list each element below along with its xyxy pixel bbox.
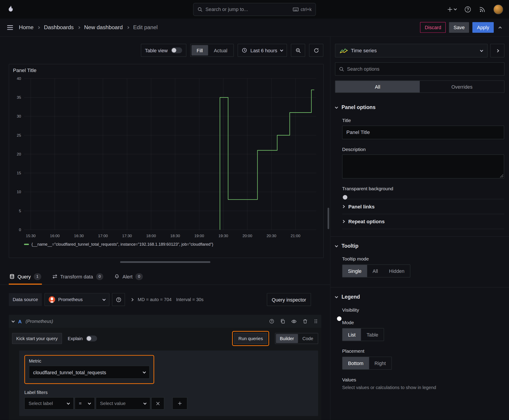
keyboard-icon [293, 7, 299, 11]
code-button[interactable]: Code [298, 334, 317, 343]
datasource-label: Data source [9, 293, 42, 306]
time-range-picker[interactable]: Last 6 hours [238, 44, 287, 57]
add-filter-button[interactable] [172, 397, 187, 409]
breadcrumb-new-dashboard[interactable]: New dashboard [84, 24, 123, 31]
panel-title-input[interactable] [342, 126, 504, 139]
explain-toggle[interactable] [86, 336, 97, 341]
delete-query-icon[interactable] [303, 319, 308, 324]
user-avatar[interactable] [494, 5, 503, 14]
options-search-box[interactable] [335, 62, 504, 76]
datasource-picker[interactable]: Prometheus [45, 293, 109, 306]
legend-mode-table[interactable]: Table [361, 329, 384, 341]
time-series-chart[interactable]: 051015202530354015:3016:0016:3017:0017:3… [9, 75, 321, 241]
query-inspector-button[interactable]: Query inspector [267, 293, 311, 306]
discard-button[interactable]: Discard [420, 22, 446, 33]
legend-placement-label: Placement [342, 348, 504, 354]
panel-options-section-header[interactable]: Panel options [330, 105, 509, 110]
repeat-options-label: Repeat options [348, 218, 385, 224]
tab-overrides[interactable]: Overrides [420, 81, 504, 92]
duplicate-query-icon[interactable] [280, 319, 285, 324]
visualization-picker[interactable]: Time series [335, 44, 488, 57]
legend-placement-bottom[interactable]: Bottom [342, 357, 369, 369]
chevron-down-icon [480, 48, 483, 52]
tooltip-section-header[interactable]: Tooltip [330, 243, 509, 249]
legend-values-label: Values [342, 377, 504, 382]
apply-button[interactable]: Apply [472, 22, 494, 33]
kick-start-query-button[interactable]: Kick start your query [12, 333, 62, 344]
tooltip-mode-all[interactable]: All [367, 265, 383, 277]
metric-select[interactable]: cloudflared_tunnel_total_requests [29, 366, 150, 379]
panel-options-pane: Time series All Overrides [330, 37, 509, 420]
zoom-out-button[interactable] [291, 44, 305, 57]
tooltip-mode-label: Tooltip mode [342, 256, 504, 262]
panel-options-section-title: Panel options [342, 105, 376, 110]
panel-links-section[interactable]: Panel links [342, 199, 504, 214]
search-shortcut-label: ctrl+k [301, 7, 312, 12]
chevron-right-icon [127, 26, 129, 29]
datasource-name: Prometheus [58, 297, 83, 302]
svg-text:20:00: 20:00 [242, 233, 252, 238]
query-help-icon[interactable] [269, 319, 274, 324]
legend-item[interactable]: {__name__="cloudflared_tunnel_total_requ… [9, 241, 323, 247]
global-search-box[interactable]: ctrl+k [193, 3, 316, 16]
help-button[interactable] [464, 6, 471, 13]
legend-placement-right[interactable]: Right [369, 357, 391, 369]
chevron-down-icon [280, 48, 283, 51]
grafana-logo[interactable] [6, 5, 15, 14]
news-icon[interactable] [479, 6, 486, 13]
query-ref-id: A [18, 319, 22, 324]
datasource-help-button[interactable] [112, 293, 125, 306]
menu-toggle[interactable] [6, 24, 14, 31]
tab-transform-label: Transform data [60, 274, 93, 279]
tab-all[interactable]: All [335, 81, 420, 92]
visualization-header: Time series [335, 44, 504, 57]
save-button[interactable]: Save [449, 22, 469, 33]
add-new-button[interactable] [447, 6, 456, 12]
scrollbar-thumb[interactable] [327, 208, 329, 229]
tab-transform-data[interactable]: Transform data 0 [51, 270, 104, 285]
table-view-toggle[interactable] [171, 47, 182, 53]
tooltip-section-title: Tooltip [342, 243, 358, 249]
svg-text:30: 30 [17, 114, 21, 119]
legend-mode-list[interactable]: List [342, 329, 361, 341]
tab-alert[interactable]: Alert 0 [114, 270, 144, 285]
options-search-input[interactable] [347, 66, 501, 72]
panel-edit-main: Table view Fill Actual Last 6 hours [0, 37, 330, 420]
svg-text:18:30: 18:30 [170, 233, 180, 238]
select-value-dropdown[interactable]: Select value [96, 397, 150, 409]
refresh-button[interactable] [309, 44, 323, 57]
svg-text:35: 35 [17, 95, 21, 100]
tab-alert-label: Alert [122, 274, 133, 279]
tab-query[interactable]: Query 1 [9, 270, 42, 285]
builder-code-group: Builder Code [275, 333, 318, 344]
chevron-right-icon [342, 220, 345, 223]
hide-response-eye-icon[interactable] [291, 319, 297, 324]
run-queries-button[interactable]: Run queries [234, 333, 267, 344]
refresh-icon [313, 48, 319, 53]
tooltip-mode-hidden[interactable]: Hidden [384, 265, 410, 277]
visibility-label: Visibility [342, 307, 504, 313]
remove-filter-button[interactable] [151, 397, 164, 409]
actual-button[interactable]: Actual [209, 45, 233, 55]
global-search-input[interactable] [205, 7, 290, 12]
select-label-dropdown[interactable]: Select label [24, 397, 74, 409]
drag-handle-icon[interactable] [313, 319, 318, 324]
repeat-options-section[interactable]: Repeat options [342, 214, 504, 229]
description-textarea[interactable] [342, 155, 504, 179]
tooltip-mode-single[interactable]: Single [342, 265, 367, 277]
legend-section-header[interactable]: Legend [330, 294, 509, 300]
collapse-options-button[interactable] [490, 44, 504, 57]
builder-button[interactable]: Builder [276, 334, 298, 343]
panel-links-label: Panel links [348, 204, 375, 210]
breadcrumb-bar: Home Dashboards New dashboard Edit panel… [0, 18, 509, 37]
query-options-toggle[interactable]: MD = auto = 704 Interval = 30s [128, 297, 207, 302]
time-range-label: Last 6 hours [251, 48, 277, 53]
operator-dropdown[interactable]: = [75, 397, 95, 409]
chevron-right-icon [77, 26, 80, 29]
panel-resize-handle[interactable] [120, 261, 210, 263]
collapse-query-icon[interactable] [11, 319, 15, 322]
breadcrumb-home[interactable]: Home [19, 24, 34, 31]
collapse-header-button[interactable] [497, 23, 503, 32]
breadcrumb-dashboards[interactable]: Dashboards [44, 24, 74, 31]
fill-button[interactable]: Fill [191, 45, 208, 55]
